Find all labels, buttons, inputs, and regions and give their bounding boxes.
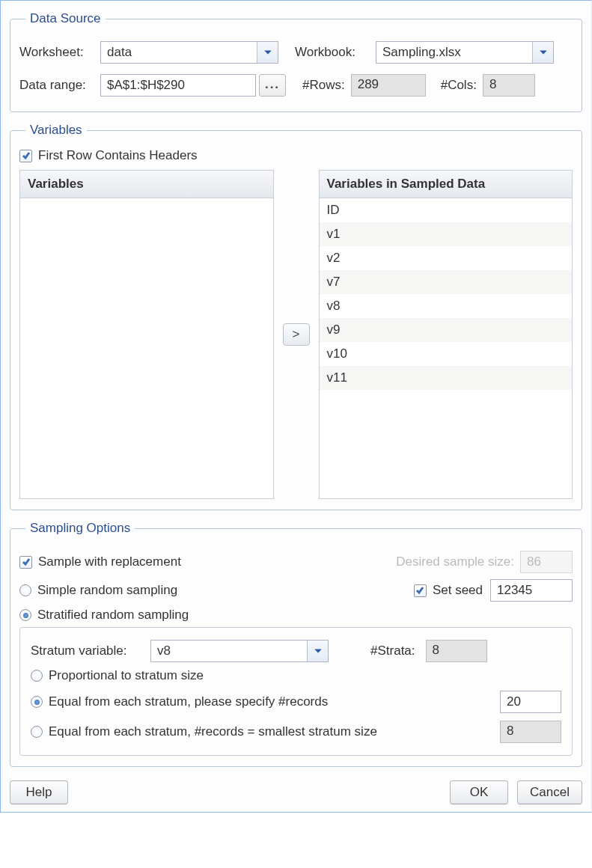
list-item[interactable]: v11 [320, 366, 573, 390]
ok-button[interactable]: OK [450, 780, 508, 804]
stratum-variable-value: v8 [151, 641, 177, 661]
available-variables-header: Variables [20, 171, 273, 198]
workbook-combo[interactable]: Sampling.xlsx [376, 41, 554, 64]
nstrata-value: 8 [426, 640, 487, 662]
equal-specify-radio[interactable] [31, 696, 43, 708]
variables-panel: Variables First Row Contains Headers Var… [10, 123, 582, 510]
sampling-options-panel: Sampling Options Sample with replacement… [10, 521, 582, 767]
simple-random-radio[interactable] [19, 584, 31, 596]
workbook-label: Workbook: [295, 45, 370, 60]
chevron-down-icon [532, 42, 553, 63]
list-item[interactable]: v1 [320, 222, 573, 246]
list-item[interactable]: v2 [320, 246, 573, 270]
rows-label: #Rows: [302, 78, 345, 93]
proportional-radio[interactable] [31, 670, 43, 682]
nstrata-label: #Strata: [370, 644, 415, 658]
variables-legend: Variables [25, 123, 87, 138]
cols-value: 8 [483, 74, 535, 97]
desired-sample-size-input [520, 551, 573, 573]
chevron-down-icon [257, 42, 278, 63]
desired-sample-size-label: Desired sample size: [396, 554, 514, 569]
available-variables-list[interactable]: Variables [19, 170, 274, 499]
set-seed-label: Set seed [433, 583, 483, 598]
proportional-label: Proportional to stratum size [49, 668, 204, 683]
first-row-label: First Row Contains Headers [38, 148, 198, 163]
equal-specify-input[interactable] [500, 691, 561, 713]
data-range-input[interactable] [100, 74, 256, 97]
list-item[interactable]: v7 [320, 270, 573, 294]
sampled-variables-list[interactable]: Variables in Sampled Data IDv1v2v7v8v9v1… [319, 170, 573, 499]
equal-min-radio[interactable] [31, 726, 43, 738]
rows-value: 289 [351, 74, 426, 97]
dialog-root: Data Source Worksheet: data Workbook: Sa… [0, 0, 592, 813]
list-item[interactable]: ID [320, 198, 573, 222]
button-bar: Help OK Cancel [10, 777, 582, 804]
stratum-variable-combo[interactable]: v8 [150, 640, 329, 662]
worksheet-label: Worksheet: [19, 45, 94, 60]
stratified-random-label: Stratified random sampling [37, 608, 189, 623]
sample-with-replacement-checkbox[interactable]: Sample with replacement [19, 554, 181, 569]
stratum-variable-label: Stratum variable: [31, 644, 144, 658]
workbook-value: Sampling.xlsx [376, 43, 467, 62]
help-button[interactable]: Help [10, 780, 68, 804]
list-item[interactable]: v9 [320, 318, 573, 342]
cancel-button[interactable]: Cancel [517, 780, 582, 804]
first-row-checkbox[interactable]: First Row Contains Headers [19, 148, 198, 163]
stratified-subpanel: Stratum variable: v8 #Strata: 8 Proporti… [19, 627, 573, 756]
stratified-random-radio[interactable] [19, 609, 31, 621]
sample-with-replacement-label: Sample with replacement [38, 554, 181, 569]
move-right-button[interactable]: > [283, 323, 310, 346]
list-item[interactable]: v10 [320, 342, 573, 366]
set-seed-checkbox[interactable]: Set seed [414, 583, 483, 598]
data-range-label: Data range: [19, 78, 94, 93]
chevron-down-icon [307, 641, 328, 661]
seed-input[interactable] [490, 579, 573, 602]
data-source-legend: Data Source [25, 11, 106, 26]
data-source-panel: Data Source Worksheet: data Workbook: Sa… [10, 11, 582, 112]
simple-random-label: Simple random sampling [37, 583, 177, 598]
list-item[interactable]: v8 [320, 294, 573, 318]
equal-specify-label: Equal from each stratum, please specify … [49, 694, 328, 709]
worksheet-value: data [101, 43, 138, 62]
sampling-options-legend: Sampling Options [25, 521, 135, 536]
sampled-variables-header: Variables in Sampled Data [320, 171, 573, 198]
equal-min-label: Equal from each stratum, #records = smal… [49, 724, 377, 739]
worksheet-combo[interactable]: data [100, 41, 278, 64]
equal-min-value: 8 [500, 721, 561, 743]
range-browse-button[interactable]: ... [259, 74, 286, 97]
cols-label: #Cols: [441, 78, 477, 93]
